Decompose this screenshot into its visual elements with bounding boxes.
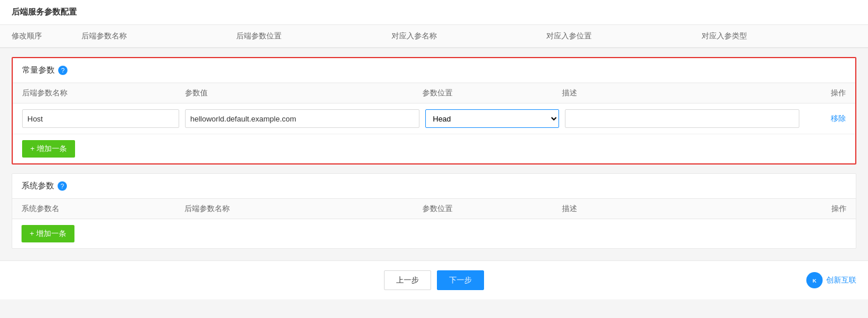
col-header-input-pos: 对应入参位置 — [546, 31, 701, 41]
footer-buttons: 上一步 下一步 — [293, 270, 575, 290]
next-button[interactable]: 下一步 — [437, 270, 484, 290]
col-header-backend-name: 后端参数名称 — [81, 31, 236, 41]
sys-col-desc-header: 描述 — [562, 203, 800, 214]
sys-col-action-header: 操作 — [800, 203, 846, 214]
const-add-button[interactable]: + 增加一条 — [22, 140, 75, 158]
top-header-section: 后端服务参数配置 修改顺序 后端参数名称 后端参数位置 对应入参名称 对应入参位… — [0, 0, 868, 48]
const-data-row: Head Query Path Body 移除 — [13, 103, 855, 134]
sys-col-backend-name-header: 后端参数名称 — [184, 203, 422, 214]
sys-col-pos-header: 参数位置 — [422, 203, 562, 214]
const-col-action-header: 操作 — [799, 88, 846, 98]
col-header-input-name: 对应入参名称 — [392, 31, 546, 41]
section-title: 后端服务参数配置 — [0, 0, 868, 25]
sys-col-headers: 系统参数名 后端参数名称 参数位置 描述 操作 — [12, 199, 856, 219]
brand-icon: K — [806, 272, 823, 288]
const-col-headers: 后端参数名称 参数值 参数位置 描述 操作 — [13, 83, 855, 103]
sys-col-name-header: 系统参数名 — [22, 203, 184, 214]
const-backend-name-input[interactable] — [22, 109, 179, 128]
footer-bar: 上一步 下一步 K 创新互联 — [0, 260, 868, 299]
brand-svg-icon: K — [809, 275, 820, 285]
remove-button[interactable]: 移除 — [805, 113, 846, 124]
brand-logo: K 创新互联 — [806, 272, 856, 288]
sys-params-section: 系统参数 ? 系统参数名 后端参数名称 参数位置 描述 操作 + 增加一条 — [12, 173, 856, 249]
const-col-desc-header: 描述 — [562, 88, 799, 98]
const-section-header: 常量参数 ? — [13, 58, 855, 83]
col-header-input-type: 对应入参类型 — [702, 31, 856, 41]
const-desc-input[interactable] — [565, 109, 799, 128]
main-column-headers: 修改顺序 后端参数名称 后端参数位置 对应入参名称 对应入参位置 对应入参类型 — [0, 25, 868, 48]
page-title: 后端服务参数配置 — [12, 7, 77, 16]
const-value-input[interactable] — [185, 109, 419, 128]
const-params-section: 常量参数 ? 后端参数名称 参数值 参数位置 描述 操作 Head Query … — [12, 57, 856, 165]
const-col-value-header: 参数值 — [185, 88, 422, 98]
col-header-order: 修改顺序 — [12, 31, 81, 41]
brand-name: 创新互联 — [826, 275, 856, 285]
const-add-label: + 增加一条 — [30, 144, 67, 154]
const-col-pos-header: 参数位置 — [422, 88, 562, 98]
const-col-backend-name-header: 后端参数名称 — [22, 88, 185, 98]
prev-button[interactable]: 上一步 — [384, 270, 431, 290]
page-wrapper: 后端服务参数配置 修改顺序 后端参数名称 后端参数位置 对应入参名称 对应入参位… — [0, 0, 868, 318]
sys-section-title: 系统参数 — [22, 181, 54, 191]
const-section-title: 常量参数 — [22, 65, 55, 76]
sys-add-label: + 增加一条 — [30, 228, 66, 239]
const-pos-select[interactable]: Head Query Path Body — [425, 109, 559, 128]
sys-help-icon[interactable]: ? — [58, 181, 67, 191]
sys-section-header: 系统参数 ? — [12, 174, 856, 199]
sys-add-button[interactable]: + 增加一条 — [22, 225, 74, 242]
col-header-backend-pos: 后端参数位置 — [236, 31, 391, 41]
svg-text:K: K — [813, 278, 817, 284]
const-help-icon[interactable]: ? — [58, 66, 67, 75]
